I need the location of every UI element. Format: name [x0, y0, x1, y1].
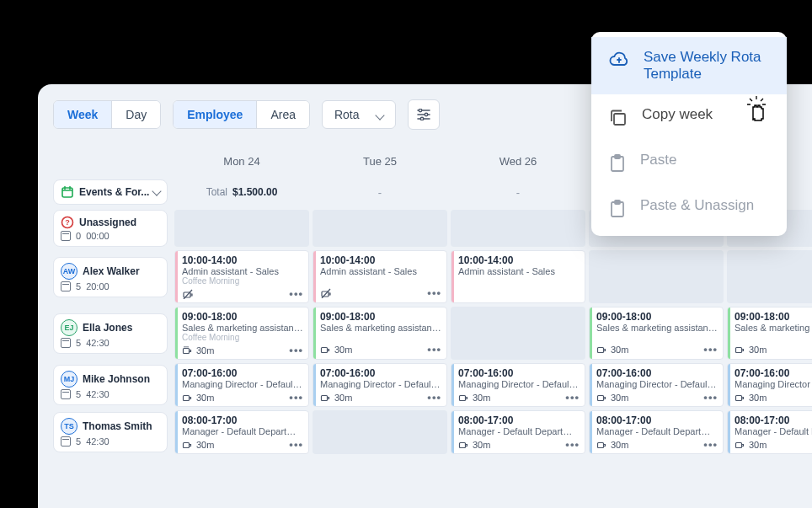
filter-button[interactable] [408, 99, 440, 130]
break-icon [735, 345, 745, 354]
shift-cell[interactable]: 09:00-18:00 Sales & marketing assistant … [589, 307, 724, 360]
shift-menu-button[interactable]: ••• [427, 286, 441, 299]
break-icon [320, 345, 331, 354]
empty-cell[interactable] [451, 210, 585, 247]
shift-cell[interactable]: 09:00-18:00 Sales & marketing assistant … [313, 307, 447, 360]
svg-rect-16 [736, 396, 742, 401]
svg-rect-11 [736, 348, 742, 353]
svg-point-2 [420, 117, 423, 120]
svg-rect-9 [322, 348, 328, 353]
day-button[interactable]: Day [111, 101, 160, 128]
shift-cell[interactable]: 07:00-16:00Managing Director - Default D… [174, 363, 309, 407]
events-cell: - [449, 176, 587, 208]
shift-menu-button[interactable]: ••• [565, 438, 580, 451]
no-break-icon [320, 288, 332, 298]
shift-cell[interactable]: 07:00-16:00Managing Director - Default D… [313, 363, 447, 407]
total-cell: Total $1.500.00 [173, 176, 311, 208]
empty-cell[interactable] [313, 410, 447, 454]
shift-cell[interactable]: 08:00-17:00Manager - Default Department3… [589, 410, 724, 454]
break-icon [182, 440, 193, 449]
shift-cell[interactable]: 10:00-14:00 Admin assistant - Sales ••• [313, 250, 447, 303]
events-row-header[interactable]: Events & For... [53, 176, 173, 208]
shift-menu-button[interactable]: ••• [703, 438, 718, 451]
calendar-small-icon [61, 231, 71, 241]
empty-cell[interactable] [313, 210, 447, 247]
clipboard-icon [608, 153, 627, 174]
view-toggle: Week Day [53, 100, 161, 129]
shift-menu-button[interactable]: ••• [703, 391, 718, 404]
svg-rect-3 [62, 188, 72, 197]
break-icon [458, 393, 469, 402]
svg-rect-13 [322, 396, 328, 401]
shift-cell[interactable]: 10:00-14:00 Admin assistant - Sales [451, 250, 585, 303]
menu-item-label: Paste [640, 152, 676, 168]
paste-unassign-menu-item[interactable]: Paste & Unassign [591, 185, 787, 231]
svg-rect-12 [184, 396, 190, 401]
filter-icon [417, 109, 430, 120]
break-icon [182, 393, 193, 402]
person-name: Mike Johnson [83, 373, 150, 385]
shift-cell[interactable]: 09:00-18:00 Sales & marketing assistant … [174, 307, 309, 360]
shift-menu-button[interactable]: ••• [565, 391, 580, 404]
person-row-header[interactable]: MJ Mike Johnson 5 42:30 [53, 361, 173, 409]
shift-menu-button[interactable]: ••• [703, 343, 718, 356]
svg-rect-8 [184, 349, 190, 354]
break-icon [458, 440, 469, 449]
calendar-small-icon [61, 281, 71, 291]
svg-text:?: ? [65, 218, 70, 227]
svg-point-1 [425, 113, 427, 115]
empty-cell[interactable] [174, 210, 309, 247]
employee-button[interactable]: Employee [173, 100, 257, 129]
shift-menu-button[interactable]: ••• [289, 344, 303, 356]
events-label: Events & For... [79, 186, 149, 198]
shift-cell[interactable]: 07:00-16:00Managing Director - Default D… [727, 363, 812, 407]
area-button[interactable]: Area [256, 101, 309, 128]
svg-rect-14 [460, 396, 466, 401]
save-template-menu-item[interactable]: Save Weekly Rota Template [591, 37, 787, 94]
calendar-small-icon [61, 389, 71, 399]
week-button[interactable]: Week [53, 100, 112, 129]
person-row-header[interactable]: EJ Ella Jones 5 42:30 [53, 305, 173, 361]
empty-cell[interactable] [451, 307, 585, 360]
shift-cell[interactable]: 08:00-17:00Manager - Default Department3… [174, 410, 309, 454]
empty-cell[interactable] [727, 250, 812, 303]
shift-menu-button[interactable]: ••• [427, 343, 441, 356]
no-break-icon [182, 289, 194, 299]
shift-menu-button[interactable]: ••• [289, 391, 303, 404]
break-icon [596, 393, 607, 402]
shift-cell[interactable]: 09:00-18:00 Sales & marketing assistant … [727, 307, 812, 360]
rota-select[interactable]: Rota [322, 100, 396, 129]
shift-menu-button[interactable]: ••• [289, 287, 303, 300]
calendar-small-icon [61, 338, 71, 348]
avatar: TS [61, 418, 77, 435]
svg-rect-19 [460, 443, 466, 448]
person-row-header[interactable]: AW Alex Walker 5 20:00 [53, 249, 173, 305]
shift-cell[interactable]: 07:00-16:00Managing Director - Default D… [589, 363, 724, 407]
svg-rect-10 [598, 348, 604, 353]
copy-icon [608, 108, 628, 128]
paste-menu-item[interactable]: Paste [591, 140, 787, 185]
shift-cell[interactable]: 07:00-16:00Managing Director - Default D… [451, 363, 585, 407]
svg-rect-20 [598, 443, 604, 448]
cloud-upload-icon [608, 51, 630, 69]
break-icon [596, 440, 607, 449]
day-header: Mon 24 [173, 147, 311, 176]
break-icon [182, 345, 193, 355]
menu-item-label: Save Weekly Rota Template [644, 49, 770, 83]
svg-rect-22 [614, 114, 625, 125]
shift-cell[interactable]: 08:00-17:00Manager - Default Department3… [451, 410, 585, 454]
shift-menu-button[interactable]: ••• [427, 391, 441, 404]
break-icon [320, 393, 331, 402]
shift-cell[interactable]: 08:00-17:00Manager - Default Department3… [727, 410, 812, 454]
shift-menu-button[interactable]: ••• [289, 438, 303, 451]
shift-cell[interactable]: 10:00-14:00 Admin assistant - Sales Coff… [174, 250, 309, 303]
menu-item-label: Paste & Unassign [640, 197, 754, 214]
events-cell: - [311, 176, 449, 208]
person-row-header[interactable]: TS Thomas Smith 5 42:30 [53, 409, 173, 456]
shift-color-bar [175, 251, 178, 302]
unassigned-row-header[interactable]: ? Unassigned 0 00:00 [53, 208, 173, 249]
calendar-small-icon [61, 436, 71, 447]
rota-select-label: Rota [334, 108, 360, 121]
empty-cell[interactable] [589, 250, 724, 303]
chevron-down-icon [377, 108, 383, 121]
